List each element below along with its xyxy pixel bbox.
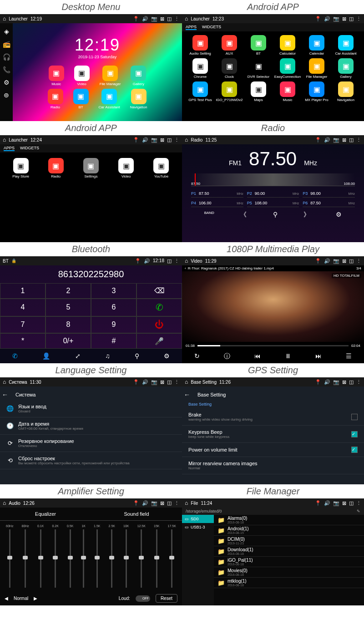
desktop-app[interactable]: ▣ Music bbox=[49, 66, 64, 86]
file-item[interactable]: 📁 Download(1)2016-08-18 bbox=[214, 546, 364, 557]
file-item[interactable]: 📁 Android(1)2019-08-15 bbox=[214, 525, 364, 536]
menu-icon[interactable]: ⋮ bbox=[174, 500, 179, 506]
keypad-key[interactable]: 8 bbox=[46, 316, 91, 334]
volume-icon[interactable]: 🔊 bbox=[142, 137, 148, 143]
band-button[interactable]: BAND bbox=[204, 211, 214, 219]
volume-icon[interactable]: 🔊 bbox=[142, 500, 148, 506]
grid2-app[interactable]: ▣ Settings bbox=[76, 158, 106, 178]
keypad-key[interactable]: 0/+ bbox=[46, 333, 91, 349]
prev-icon[interactable]: ⏮ bbox=[254, 352, 261, 361]
file-item[interactable]: 📁 Movies(0)2016-08-18 bbox=[214, 567, 364, 578]
grid1-app[interactable]: ▣ EasyConnection bbox=[274, 58, 301, 79]
desktop-app[interactable]: ▣ Gallery bbox=[131, 66, 146, 86]
camera-icon[interactable]: 📷 bbox=[333, 500, 339, 506]
home-icon[interactable]: ⌂ bbox=[3, 137, 6, 143]
radio-preset[interactable]: P5108.00MHz bbox=[247, 199, 299, 207]
progress-bar[interactable] bbox=[197, 345, 349, 346]
setting-item[interactable]: 🕐 Дата и времяGMT+08:00 Китай, стандартн… bbox=[0, 417, 182, 435]
phone-icon[interactable]: 📞 bbox=[3, 66, 10, 73]
desktop-app[interactable]: ▣ Video bbox=[74, 66, 90, 86]
eq-slider[interactable] bbox=[83, 529, 84, 588]
keypad-key[interactable]: 1 bbox=[0, 283, 46, 299]
menu-icon[interactable]: ⋮ bbox=[356, 258, 361, 264]
apps-icon[interactable]: ⊚ bbox=[4, 91, 9, 99]
headphone-icon[interactable]: 🎧 bbox=[3, 53, 10, 61]
grid1-app[interactable]: ▣ DVR Selector bbox=[245, 58, 272, 79]
file-item[interactable]: 📁 DCIM(0)2019-11-23 bbox=[214, 536, 364, 546]
keypad-key[interactable]: 6 bbox=[91, 299, 136, 316]
grid1-app[interactable]: ▣ Gallery bbox=[332, 58, 359, 79]
volume-icon[interactable]: 🔊 bbox=[324, 379, 330, 385]
close-icon[interactable]: ⊠ bbox=[160, 137, 164, 143]
split-icon[interactable]: ◫ bbox=[349, 16, 354, 22]
pause-icon[interactable]: ⏸ bbox=[285, 352, 291, 361]
split-icon[interactable]: ◫ bbox=[167, 500, 172, 506]
home-icon[interactable]: ⌂ bbox=[185, 500, 188, 506]
home-icon[interactable]: ⌂ bbox=[185, 15, 188, 22]
preset-next-icon[interactable]: ▶ bbox=[34, 596, 37, 601]
grid1-app[interactable]: ▣ BT bbox=[245, 35, 272, 56]
search-icon[interactable]: ⚲ bbox=[273, 211, 278, 219]
menu-icon[interactable]: ⋮ bbox=[356, 137, 361, 143]
eq-slider[interactable] bbox=[156, 529, 157, 588]
nav-icon[interactable]: ◈ bbox=[4, 28, 9, 35]
grid1-app[interactable]: ▣ GPS Test Plus bbox=[187, 81, 214, 102]
grid1-app[interactable]: ▣ Audio Setting bbox=[187, 35, 214, 56]
close-icon[interactable]: ⊠ bbox=[342, 137, 346, 143]
gear-icon[interactable]: ⚙ bbox=[336, 211, 342, 219]
contacts-icon[interactable]: 👤 bbox=[42, 352, 50, 360]
close-icon[interactable]: ⊠ bbox=[160, 500, 164, 506]
camera-icon[interactable]: 📷 bbox=[151, 16, 157, 22]
setting-item[interactable]: 🌐 Язык и вводGboard bbox=[0, 400, 182, 417]
keypad-key[interactable]: 9 bbox=[91, 316, 136, 334]
grid2-app[interactable]: ▣ Radio bbox=[40, 158, 71, 178]
split-icon[interactable]: ◫ bbox=[167, 379, 172, 385]
desktop-app[interactable]: ▣ File Manager bbox=[100, 66, 121, 86]
dialer-icon[interactable]: ✆ bbox=[12, 352, 18, 360]
radio-preset[interactable]: P187.50MHz bbox=[191, 190, 243, 198]
tab-apps[interactable]: APPS bbox=[4, 146, 15, 151]
tab-widgets[interactable]: WIDGETS bbox=[202, 25, 221, 30]
back-icon[interactable]: ← bbox=[0, 391, 10, 398]
home-icon[interactable]: ⌂ bbox=[3, 379, 6, 385]
back-icon[interactable]: ← bbox=[182, 391, 192, 398]
info-icon[interactable]: ⓘ bbox=[224, 352, 230, 361]
eq-slider[interactable] bbox=[55, 529, 56, 588]
camera-icon[interactable]: 📷 bbox=[333, 16, 339, 22]
volume-icon[interactable]: 🔊 bbox=[144, 258, 150, 264]
split-icon[interactable]: ◫ bbox=[349, 258, 354, 264]
volume-icon[interactable]: 🔊 bbox=[142, 379, 148, 385]
menu-icon[interactable]: ⋮ bbox=[174, 137, 179, 143]
desktop-app[interactable]: ▣ Radio bbox=[48, 89, 63, 109]
gear-icon[interactable]: ⚙ bbox=[4, 79, 10, 86]
radio-icon[interactable]: 📻 bbox=[3, 41, 10, 48]
grid1-app[interactable]: ▣ Navigation bbox=[332, 81, 359, 102]
desktop-app[interactable]: ▣ BT bbox=[73, 89, 89, 109]
volume-icon[interactable]: 🔊 bbox=[324, 258, 330, 264]
split-icon[interactable]: ◫ bbox=[349, 137, 354, 143]
eq-slider[interactable] bbox=[96, 529, 98, 588]
keypad-key[interactable]: ✆ bbox=[136, 299, 182, 316]
volume-icon[interactable]: 🔊 bbox=[324, 137, 330, 143]
camera-icon[interactable]: 📷 bbox=[333, 379, 339, 385]
grid1-app[interactable]: ▣ Clock bbox=[216, 58, 243, 79]
menu-icon[interactable]: ⋮ bbox=[174, 16, 179, 22]
eq-slider[interactable] bbox=[9, 529, 10, 588]
desktop-app[interactable]: ▣ Navigation bbox=[130, 89, 147, 109]
grid2-app[interactable]: ▣ Video bbox=[111, 158, 142, 178]
reset-button[interactable]: Reset bbox=[156, 594, 177, 603]
home-icon[interactable]: ⌂ bbox=[3, 15, 6, 22]
checkbox[interactable] bbox=[351, 414, 358, 420]
camera-icon[interactable]: 📷 bbox=[151, 500, 157, 506]
repeat-icon[interactable]: ↻ bbox=[194, 352, 200, 361]
eq-slider[interactable] bbox=[141, 529, 142, 588]
eq-slider[interactable] bbox=[25, 529, 26, 588]
checkbox[interactable]: ✓ bbox=[351, 431, 358, 437]
setting-item[interactable]: Brakewarning while video show during dri… bbox=[182, 408, 364, 426]
storage-item[interactable]: ▭SD0 bbox=[182, 515, 214, 523]
grid1-app[interactable]: ▣ Music bbox=[274, 81, 301, 102]
home-icon[interactable]: ⌂ bbox=[185, 258, 188, 264]
keypad-key[interactable]: 🎤 bbox=[136, 333, 182, 349]
loud-toggle[interactable]: OFF bbox=[136, 595, 150, 602]
setting-item[interactable]: Power on volume limit ✓ bbox=[182, 443, 364, 457]
